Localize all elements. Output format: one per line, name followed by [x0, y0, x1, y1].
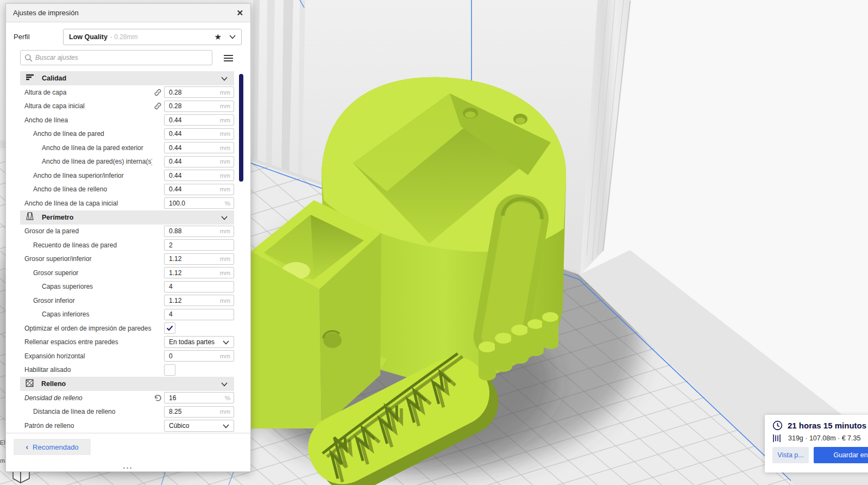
- search-placeholder: Buscar ajustes: [35, 54, 78, 61]
- setting-value-input[interactable]: 0.44mm: [164, 170, 234, 181]
- setting-row: Ancho de línea de pared0.44mm: [20, 127, 234, 141]
- setting-value-input[interactable]: 0.44mm: [164, 128, 234, 140]
- section-title: Calidad: [42, 74, 221, 82]
- setting-value: 2: [169, 241, 230, 249]
- walls-icon: [26, 212, 34, 222]
- profile-dropdown[interactable]: Low Quality - 0.28mm ★: [63, 29, 242, 45]
- chevron-left-icon: ‹: [26, 443, 28, 451]
- setting-value-input[interactable]: 0.88mm: [164, 226, 234, 237]
- section-header-perímetro[interactable]: Perímetro: [20, 210, 234, 225]
- setting-value-input[interactable]: 0.28mm: [164, 101, 234, 112]
- setting-select[interactable]: En todas partes: [164, 336, 234, 348]
- setting-value-input[interactable]: 1.12mm: [164, 253, 234, 265]
- setting-row: Ancho de línea superior/inferior0.44mm: [20, 169, 234, 183]
- setting-control: 0.28mm: [152, 86, 234, 98]
- setting-control: 0.28mm: [152, 101, 234, 112]
- clock-icon: [772, 420, 783, 431]
- setting-select[interactable]: Cúbico: [164, 420, 234, 432]
- setting-control: [152, 364, 234, 376]
- section-header-calidad[interactable]: Calidad: [20, 71, 234, 85]
- setting-label: Altura de capa: [20, 89, 152, 96]
- setting-row: Rellenar espacios entre paredesEn todas …: [20, 335, 234, 350]
- setting-control: 4: [152, 281, 234, 293]
- setting-unit: mm: [220, 228, 230, 234]
- setting-label: Ancho de línea de pared(es) interna(s): [20, 158, 152, 165]
- setting-value-input[interactable]: 0.44mm: [164, 156, 234, 167]
- setting-value: 0.28: [169, 89, 220, 96]
- setting-unit: mm: [220, 130, 230, 137]
- section-title: Perímetro: [42, 214, 221, 221]
- setting-control: 0.44mm: [152, 156, 234, 167]
- star-icon[interactable]: ★: [215, 32, 222, 42]
- setting-label: Ancho de línea de pared: [20, 130, 152, 138]
- setting-value-input[interactable]: 0mm: [164, 350, 234, 362]
- search-input[interactable]: Buscar ajustes: [20, 50, 212, 65]
- setting-checkbox[interactable]: [164, 322, 175, 334]
- setting-label: Grosor superior: [20, 269, 152, 277]
- material-spool-icon: [772, 434, 782, 443]
- setting-value: 16: [169, 394, 225, 402]
- setting-value-input[interactable]: 8.25mm: [164, 406, 234, 418]
- setting-unit: mm: [220, 172, 230, 179]
- setting-label: Rellenar espacios entre paredes: [20, 338, 152, 346]
- setting-checkbox[interactable]: [164, 364, 175, 376]
- setting-label: Ancho de línea de relleno: [20, 185, 152, 193]
- setting-value-input[interactable]: 100.0%: [164, 197, 234, 209]
- setting-unit: mm: [220, 103, 230, 109]
- setting-value-input[interactable]: 2: [164, 239, 234, 251]
- setting-control: 0.44mm: [152, 184, 234, 195]
- chevron-down-icon[interactable]: [221, 213, 228, 222]
- setting-value-input[interactable]: 0.44mm: [164, 184, 234, 195]
- setting-value: 1.12: [169, 269, 220, 277]
- setting-row: Grosor superior1.12mm: [20, 266, 234, 280]
- panel-footer: ‹ Recomendado •••: [6, 433, 250, 471]
- setting-value-input[interactable]: 1.12mm: [164, 295, 234, 306]
- setting-row: Ancho de línea de la capa inicial100.0%: [20, 196, 234, 210]
- save-button[interactable]: Guardar en: [814, 447, 868, 463]
- recommended-mode-button[interactable]: ‹ Recomendado: [14, 439, 91, 455]
- setting-label: Ancho de línea superior/inferior: [20, 172, 152, 179]
- link-icon[interactable]: [152, 89, 162, 96]
- setting-label: Altura de capa inicial: [20, 102, 152, 110]
- scrollbar-thumb[interactable]: [239, 74, 243, 182]
- chevron-down-icon[interactable]: [221, 73, 228, 83]
- setting-control: [152, 322, 234, 334]
- setting-control: 4: [152, 309, 234, 320]
- chevron-down-icon[interactable]: [221, 379, 228, 389]
- close-icon[interactable]: ✕: [236, 9, 243, 17]
- setting-value-input[interactable]: 1.12mm: [164, 267, 234, 278]
- setting-value-input[interactable]: 0.28mm: [164, 86, 234, 98]
- preview-button[interactable]: Vista p...: [772, 447, 809, 463]
- setting-control: 0.44mm: [152, 128, 234, 140]
- panel-resize-handle[interactable]: •••: [6, 465, 250, 471]
- box-side-hole: [323, 333, 342, 348]
- setting-value: 0.44: [169, 185, 220, 193]
- setting-label: Densidad de relleno: [20, 394, 152, 402]
- undo-icon[interactable]: [152, 394, 162, 402]
- setting-value: 4: [169, 283, 230, 290]
- setting-label: Optimizar el orden de impresión de pared…: [20, 325, 152, 332]
- setting-value-input[interactable]: 0.44mm: [164, 142, 234, 153]
- setting-control: 1.12mm: [152, 295, 234, 306]
- setting-value: 1.12: [169, 255, 220, 263]
- setting-label: Distancia de línea de relleno: [20, 408, 152, 415]
- setting-row: Recuento de líneas de pared2: [20, 238, 234, 252]
- profile-label: Perfil: [14, 33, 30, 41]
- setting-control: 1.12mm: [152, 253, 234, 265]
- setting-value-input[interactable]: 0.44mm: [164, 114, 234, 126]
- setting-label: Recuento de líneas de pared: [20, 241, 152, 249]
- setting-value-input[interactable]: 4: [164, 309, 234, 320]
- setting-value: 0.44: [169, 144, 220, 152]
- setting-value-input[interactable]: 4: [164, 281, 234, 293]
- setting-unit: mm: [220, 186, 230, 192]
- setting-row: Grosor de la pared0.88mm: [20, 225, 234, 239]
- link-icon[interactable]: [152, 102, 162, 110]
- setting-value-input[interactable]: 16%: [164, 392, 234, 403]
- setting-row: Ancho de línea0.44mm: [20, 113, 234, 127]
- menu-icon[interactable]: [224, 53, 233, 63]
- setting-control: 1.12mm: [152, 267, 234, 278]
- setting-select-value: En todas partes: [169, 338, 223, 346]
- setting-control: En todas partes: [152, 336, 234, 348]
- settings-list: CalidadAltura de capa0.28mmAltura de cap…: [20, 71, 234, 433]
- section-header-relleno[interactable]: Relleno: [20, 377, 234, 391]
